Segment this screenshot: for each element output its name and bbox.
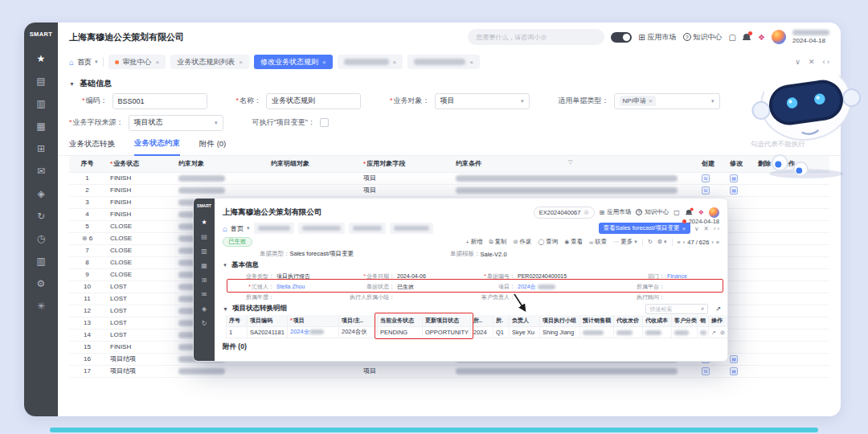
assets-icon[interactable]: ◈ xyxy=(24,182,58,205)
add-button[interactable]: +新增 xyxy=(465,238,482,246)
assets-icon[interactable]: ◈ xyxy=(194,301,215,316)
section-caret-icon[interactable]: ▼ xyxy=(223,263,227,268)
last-page-icon[interactable]: » xyxy=(716,239,719,246)
field-value[interactable]: Finance xyxy=(667,273,687,279)
next-page-icon[interactable]: › xyxy=(711,239,714,246)
approval-icon[interactable]: ▤ xyxy=(194,229,215,244)
tab-redacted[interactable] xyxy=(298,223,345,234)
section-caret-icon[interactable]: ▼ xyxy=(69,81,75,87)
field-source-select[interactable]: 项目状态 ▾ xyxy=(129,115,223,131)
prev-page-icon[interactable]: ‹ xyxy=(683,239,686,246)
tab-approval-center[interactable]: 审批中心 × xyxy=(108,55,166,69)
close-icon[interactable]: × xyxy=(239,59,243,66)
global-search[interactable] xyxy=(468,29,604,45)
document-icon[interactable]: ▥ xyxy=(194,244,215,258)
notification-bell[interactable] xyxy=(686,209,693,216)
query-button[interactable]: ◯查询 xyxy=(538,238,558,246)
window-icon[interactable]: ▢ xyxy=(729,33,736,42)
star-icon[interactable]: ★ xyxy=(194,215,215,229)
star-icon[interactable]: ★ xyxy=(24,47,58,70)
detail-row[interactable]: 1 SA20241181 2024全 2024合伙 PENDING OPPORT… xyxy=(227,326,729,338)
tab-redacted[interactable] xyxy=(349,223,386,234)
linked-query-button[interactable]: ∞联查 xyxy=(589,238,607,246)
quick-search[interactable]: ⌕ xyxy=(645,304,708,314)
chart-icon[interactable]: ▥ xyxy=(24,250,58,272)
void-button[interactable]: ⊘作废 xyxy=(514,238,532,246)
app-market-button[interactable]: ⊞ 应用市场 xyxy=(600,208,632,216)
edit-row-icon[interactable]: ▤ xyxy=(730,367,738,375)
first-page-icon[interactable]: « xyxy=(678,239,681,246)
copy-row-icon[interactable]: ⧉ xyxy=(702,367,710,375)
copy-row-icon[interactable]: ⧉ xyxy=(702,186,710,194)
mail-icon[interactable]: ✉ xyxy=(24,160,58,182)
edit-row-icon[interactable]: ▤ xyxy=(730,355,738,363)
ref-number-input[interactable]: EX2024040067 ◎ xyxy=(534,207,595,219)
knowledge-center-button[interactable]: ? 知识中心 xyxy=(683,32,723,43)
code-input[interactable]: BSS001 xyxy=(113,93,207,109)
tab-redacted[interactable] xyxy=(390,223,433,234)
tab-redacted[interactable]: × xyxy=(407,55,480,69)
approval-icon[interactable]: ▤ xyxy=(24,70,58,92)
settings-icon[interactable]: ⚙ xyxy=(24,272,58,295)
subtab-status-transition[interactable]: 业务状态转换 xyxy=(69,139,115,155)
view-button[interactable]: ◉查看 xyxy=(564,238,583,246)
knowledge-center-button[interactable]: ? 知识中心 xyxy=(636,208,669,216)
target-icon[interactable]: ◎ xyxy=(583,209,588,215)
expand-row-icon[interactable]: ⊕ xyxy=(82,235,88,242)
collapse-tabs-icon[interactable]: ∨ xyxy=(694,225,699,232)
expand-icon[interactable]: ↗ xyxy=(715,305,721,313)
executable-checkbox[interactable] xyxy=(320,118,329,127)
tab-redacted[interactable]: × xyxy=(338,55,403,69)
close-all-tabs-icon[interactable]: ✕ xyxy=(704,225,709,232)
refresh-button[interactable]: ↻ xyxy=(648,239,653,245)
theme-toggle[interactable] xyxy=(611,32,632,43)
edit-row-icon[interactable]: ▤ xyxy=(730,186,738,194)
void-icon[interactable]: ⊘ xyxy=(720,330,725,335)
avatar[interactable] xyxy=(772,30,786,44)
notification-bell[interactable] xyxy=(743,33,751,42)
close-icon[interactable]: × xyxy=(393,59,397,66)
misc-icon[interactable]: ✳ xyxy=(24,295,58,317)
project-link[interactable]: 2024全 xyxy=(290,328,309,335)
subtab-status-constraint[interactable]: 业务状态约束 xyxy=(134,138,180,156)
table-row[interactable]: 2FINISH项目⧉▤ xyxy=(69,184,829,196)
expand-icon[interactable]: ↗ xyxy=(711,330,716,335)
document-icon[interactable]: ▥ xyxy=(24,92,58,115)
close-icon[interactable]: × xyxy=(322,59,326,66)
close-icon[interactable]: × xyxy=(156,59,160,66)
section-caret-icon[interactable]: ▼ xyxy=(223,306,228,312)
home-tab[interactable]: ⌂ 首页 ▾ xyxy=(223,224,250,233)
table-row[interactable]: 1FINISH项目⧉▤ xyxy=(69,172,829,184)
window-icon[interactable]: ▢ xyxy=(674,209,680,216)
filter-icon[interactable]: ▽ xyxy=(568,159,572,166)
field-value[interactable]: 2024合 xyxy=(518,283,536,291)
edit-row-icon[interactable]: ▤ xyxy=(730,174,738,182)
popup-active-tab[interactable]: 查看Sales forecast/项目变更 × xyxy=(599,223,690,234)
scroll-tabs-icon[interactable]: ‹ › xyxy=(714,225,719,232)
close-icon[interactable]: × xyxy=(469,59,473,66)
apps-icon[interactable]: ⊞ xyxy=(194,272,215,287)
report-icon[interactable]: ▦ xyxy=(194,258,215,272)
report-icon[interactable]: ▦ xyxy=(24,115,58,137)
home-tab[interactable]: ⌂ 首页 ▾ xyxy=(69,57,98,68)
search-input[interactable] xyxy=(476,34,596,41)
sync-icon[interactable]: ↻ xyxy=(194,316,215,330)
mail-icon[interactable]: ✉ xyxy=(194,287,215,301)
close-icon[interactable]: × xyxy=(682,225,686,232)
tab-redacted[interactable] xyxy=(254,223,294,234)
apps-icon[interactable]: ⊞ xyxy=(24,137,58,160)
sync-icon[interactable]: ↻ xyxy=(24,205,58,227)
tab-status-rule-list[interactable]: 业务状态规则列表 × xyxy=(170,55,249,69)
table-row[interactable]: 17项目结项项目⧉▤ xyxy=(69,365,829,377)
copy-row-icon[interactable]: ⧉ xyxy=(702,174,710,182)
settings-button[interactable]: ⚙▾ xyxy=(657,239,667,245)
quick-search-input[interactable] xyxy=(649,306,701,312)
history-icon[interactable]: ◷ xyxy=(24,227,58,250)
more-button[interactable]: ⋯更多▾ xyxy=(613,238,637,246)
subtab-attachments[interactable]: 附件 (0) xyxy=(199,139,226,155)
app-market-button[interactable]: ⊞ 应用市场 xyxy=(638,32,676,43)
remove-tag-icon[interactable]: × xyxy=(649,97,653,104)
copy-button[interactable]: ⧉复制 xyxy=(489,238,507,246)
tab-edit-status-rule[interactable]: 修改业务状态规则 × xyxy=(254,55,333,69)
business-object-select[interactable]: 项目 ▾ xyxy=(435,93,530,109)
